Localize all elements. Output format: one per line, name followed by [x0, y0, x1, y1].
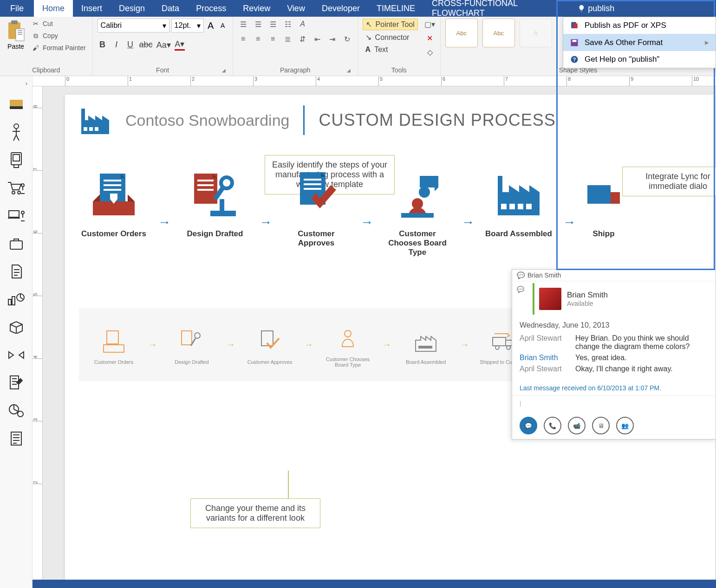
- rectangle-tool-button[interactable]: ▢▾: [424, 19, 436, 30]
- stencil-person-icon[interactable]: [7, 122, 26, 142]
- variant-item[interactable]: Board Assembled: [400, 325, 451, 365]
- justify-button[interactable]: ≣: [282, 33, 293, 45]
- line-spacing-button[interactable]: ⇵: [297, 33, 308, 45]
- chat-present-button[interactable]: 🖥: [592, 417, 610, 434]
- close-tool-button[interactable]: ✕: [424, 32, 436, 44]
- svg-rect-53: [418, 346, 432, 349]
- arrow-icon: →: [305, 340, 313, 350]
- stencil-flag-icon[interactable]: [7, 94, 26, 115]
- chat-participants-button[interactable]: 👥: [616, 417, 634, 434]
- shapes-stencil-panel: ›: [0, 76, 33, 588]
- text-direction-button[interactable]: ↻: [342, 33, 353, 45]
- tab-flowchart[interactable]: CROSS-FUNCTIONAL FLOWCHART: [423, 0, 572, 17]
- flow-customer-orders[interactable]: Customer Orders: [79, 164, 149, 239]
- tab-process[interactable]: Process: [188, 0, 234, 17]
- tellme-save-other[interactable]: Save As Other Format ▸: [563, 34, 716, 51]
- align-top-button[interactable]: ☰: [238, 19, 249, 30]
- stencil-document-pen-icon[interactable]: [7, 373, 26, 393]
- shape-style-3[interactable]: A: [520, 19, 552, 47]
- chat-bubble-icon[interactable]: 💬: [512, 281, 529, 297]
- align-right-button[interactable]: ≡: [267, 33, 279, 45]
- stencil-swap-icon[interactable]: [7, 345, 26, 365]
- bullets-button[interactable]: ☷: [282, 19, 293, 30]
- connection-point-button[interactable]: ◇: [424, 46, 436, 58]
- tab-developer[interactable]: Developer: [313, 0, 368, 17]
- connector-tool-button[interactable]: ↘Connector: [363, 32, 418, 43]
- tellme-publish-pdf[interactable]: Publish as PDF or XPS: [563, 17, 716, 34]
- stencil-chart-icon[interactable]: [7, 289, 26, 310]
- underline-button[interactable]: U: [125, 40, 136, 50]
- lync-chat-window[interactable]: 💬 Brian Smith 💬 Brian Smith Available We…: [512, 269, 716, 439]
- change-case-button[interactable]: Aa▾: [156, 40, 171, 50]
- tab-insert[interactable]: Insert: [73, 0, 111, 17]
- variant-item[interactable]: Customer Orders: [88, 325, 139, 365]
- grow-font-button[interactable]: A: [206, 20, 216, 31]
- stencil-pie-clock-icon[interactable]: [7, 401, 26, 421]
- tab-design[interactable]: Design: [111, 0, 153, 17]
- page-header: Contoso Snowboarding CUSTOM DESIGN PROCE…: [79, 104, 701, 136]
- chat-im-button[interactable]: 💬: [520, 417, 537, 434]
- align-bottom-button[interactable]: ☰: [267, 19, 279, 30]
- tab-review[interactable]: Review: [234, 0, 279, 17]
- expand-panel-button[interactable]: ›: [26, 80, 32, 87]
- tell-me-search[interactable]: [572, 0, 716, 17]
- chat-input[interactable]: |: [512, 395, 716, 412]
- shape-style-2[interactable]: Abc: [482, 19, 515, 47]
- pointer-tool-button[interactable]: ↖Pointer Tool: [363, 19, 418, 30]
- chat-window-title: Brian Smith: [527, 271, 561, 279]
- flow-customer-chooses[interactable]: Customer Chooses Board Type: [383, 164, 452, 257]
- italic-button[interactable]: I: [111, 40, 122, 50]
- paste-button[interactable]: Paste: [5, 19, 27, 51]
- chat-titlebar[interactable]: 💬 Brian Smith: [512, 270, 716, 281]
- shape-style-1[interactable]: Abc: [445, 19, 478, 47]
- stencil-box-icon[interactable]: [7, 317, 26, 337]
- tellme-item-label: Get Help on "publish": [585, 55, 659, 64]
- format-painter-button[interactable]: 🖌Format Painter: [30, 43, 88, 53]
- stencil-document-icon[interactable]: [7, 261, 26, 282]
- flow-design-drafted[interactable]: Design Drafted: [180, 164, 250, 239]
- tab-home[interactable]: Home: [34, 0, 73, 17]
- flow-customer-approves[interactable]: Customer Approves: [281, 164, 351, 248]
- stencil-laptop-person-icon[interactable]: [7, 206, 26, 226]
- ruler-tick: 4: [316, 76, 320, 86]
- text-tool-button[interactable]: AText: [363, 45, 418, 55]
- tellme-help[interactable]: ? Get Help on "publish": [563, 51, 716, 68]
- font-name-select[interactable]: Calibri▾: [98, 19, 169, 32]
- dialog-launcher[interactable]: ◢: [345, 67, 352, 74]
- tab-timeline[interactable]: TIMELINE: [368, 0, 423, 17]
- strikethrough-button[interactable]: abc: [139, 40, 153, 50]
- ribbon-tabs: File Home Insert Design Data Process Rev…: [0, 0, 716, 17]
- copy-button[interactable]: ⧉Copy: [30, 31, 88, 41]
- tab-view[interactable]: View: [279, 0, 313, 17]
- dialog-launcher[interactable]: ◢: [221, 67, 227, 74]
- variant-item[interactable]: Design Drafted: [166, 325, 217, 365]
- font-color-button[interactable]: A▾: [175, 39, 185, 51]
- clear-format-button[interactable]: A: [297, 19, 308, 30]
- svg-rect-29: [89, 127, 93, 131]
- tab-file[interactable]: File: [0, 0, 34, 17]
- stencil-briefcase-icon[interactable]: [7, 233, 26, 254]
- ruler-tick: 5: [33, 293, 42, 296]
- indent-increase-button[interactable]: ⇥: [327, 33, 338, 45]
- variant-item[interactable]: Customer Approves: [244, 325, 295, 365]
- svg-point-57: [507, 346, 510, 349]
- cut-button[interactable]: ✂Cut: [30, 19, 88, 29]
- align-center-button[interactable]: ≡: [253, 33, 264, 45]
- align-left-button[interactable]: ≡: [238, 33, 249, 45]
- stencil-cart-person-icon[interactable]: [7, 178, 26, 198]
- ruler-tick: 5: [378, 76, 383, 86]
- variant-item[interactable]: Customer Chooses Board Type: [322, 322, 373, 368]
- flow-board-assembled[interactable]: Board Assembled: [484, 164, 553, 239]
- font-size-select[interactable]: 12pt.▾: [171, 19, 204, 32]
- chat-video-button[interactable]: 📹: [568, 417, 586, 434]
- stencil-document-lines-icon[interactable]: [7, 428, 26, 449]
- tell-me-input[interactable]: [588, 4, 710, 13]
- shrink-font-button[interactable]: A: [218, 22, 228, 29]
- tab-data[interactable]: Data: [153, 0, 188, 17]
- flow-shipped[interactable]: Shipp: [585, 164, 622, 239]
- indent-decrease-button[interactable]: ⇤: [312, 33, 323, 45]
- stencil-kiosk-icon[interactable]: [7, 150, 26, 170]
- bold-button[interactable]: B: [98, 40, 108, 50]
- align-middle-button[interactable]: ☰: [253, 19, 264, 30]
- chat-call-button[interactable]: 📞: [544, 417, 561, 434]
